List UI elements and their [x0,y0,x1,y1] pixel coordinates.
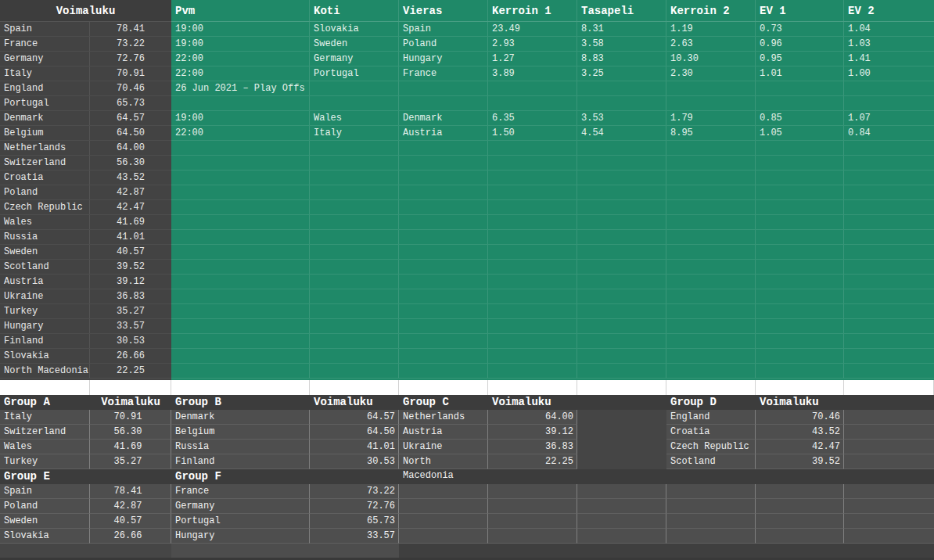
ev-1-cell[interactable]: 1.01 [756,66,844,81]
group-team-cell[interactable]: Ukraine [399,440,488,454]
gap-cell[interactable] [666,380,756,395]
power-rankings-title[interactable]: Voimaluku [0,0,171,22]
gap-cell[interactable] [577,380,666,395]
time-cell[interactable] [171,215,310,229]
group-rating-cell[interactable]: 22.25 [488,454,577,469]
group-rating-cell[interactable]: 42.47 [756,440,844,454]
odds-1-cell[interactable] [488,364,577,378]
home-team-cell[interactable] [310,289,399,303]
odds-1-cell[interactable]: 3.89 [488,66,577,81]
odds-2-cell[interactable]: 1.19 [666,22,756,36]
odds-2-cell[interactable] [666,171,756,185]
odds-draw-cell[interactable] [577,334,666,348]
away-team-cell[interactable] [399,245,488,259]
group-rating-cell[interactable]: 30.53 [310,454,399,469]
home-team-cell[interactable] [310,171,399,185]
home-team-cell[interactable]: Portugal [310,66,399,81]
rating-value-cell[interactable]: 42.47 [90,200,171,214]
home-team-cell[interactable] [310,185,399,199]
home-team-cell[interactable] [310,141,399,155]
empty-cell[interactable] [756,484,844,499]
ev-2-cell[interactable] [844,141,934,155]
fixture-column-header[interactable]: Tasapeli [577,0,666,21]
odds-2-cell[interactable] [666,200,756,214]
time-cell[interactable] [171,275,310,289]
group-team-cell[interactable]: Netherlands [399,410,488,425]
group-team-cell[interactable]: Slovakia [0,529,90,544]
rating-value-cell[interactable]: 36.83 [90,289,171,303]
ev-2-cell[interactable] [844,245,934,259]
empty-cell[interactable] [577,499,666,514]
odds-1-cell[interactable]: 1.50 [488,126,577,140]
away-team-cell[interactable]: Spain [399,22,488,36]
ev-2-cell[interactable] [844,260,934,274]
odds-1-cell[interactable] [488,96,577,110]
group-team-cell[interactable]: Sweden [0,514,90,529]
rating-value-cell[interactable]: 35.27 [90,304,171,318]
ev-1-cell[interactable] [756,200,844,214]
away-team-cell[interactable] [399,156,488,170]
group-team-cell[interactable]: Wales [0,440,90,454]
rating-value-cell[interactable]: 72.76 [90,52,171,66]
odds-1-cell[interactable] [488,81,577,95]
team-name-cell[interactable]: Portugal [0,96,90,110]
team-name-cell[interactable]: Austria [0,275,90,289]
team-name-cell[interactable]: Switzerland [0,156,90,170]
group-team-cell[interactable]: Hungary [171,529,310,544]
odds-2-cell[interactable]: 2.30 [666,66,756,81]
empty-cell[interactable] [488,499,577,514]
odds-draw-cell[interactable]: 8.31 [577,22,666,36]
empty-cell[interactable] [844,484,934,499]
ev-2-cell[interactable] [844,81,934,95]
away-team-cell[interactable] [399,141,488,155]
home-team-cell[interactable] [310,260,399,274]
away-team-cell[interactable] [399,319,488,333]
ev-1-cell[interactable] [756,349,844,363]
team-name-cell[interactable]: Hungary [0,319,90,333]
group-rating-cell[interactable]: 41.01 [310,440,399,454]
fixture-column-header[interactable]: Koti [310,0,399,21]
rating-value-cell[interactable]: 73.22 [90,37,171,51]
empty-cell[interactable] [844,425,934,440]
ev-2-cell[interactable]: 1.03 [844,37,934,51]
group-team-cell[interactable]: France [171,484,310,499]
odds-1-cell[interactable] [488,304,577,318]
team-name-cell[interactable]: Czech Republic [0,200,90,214]
odds-1-cell[interactable]: 1.27 [488,52,577,66]
time-cell[interactable] [171,171,310,185]
ev-2-cell[interactable]: 0.84 [844,126,934,140]
odds-draw-cell[interactable] [577,200,666,214]
odds-1-cell[interactable]: 6.35 [488,111,577,125]
team-name-cell[interactable]: Finland [0,334,90,348]
time-cell[interactable]: 19:00 [171,111,310,125]
odds-draw-cell[interactable]: 3.58 [577,37,666,51]
group-label-cell[interactable]: Group B [171,395,310,410]
odds-1-cell[interactable] [488,319,577,333]
odds-2-cell[interactable] [666,156,756,170]
odds-1-cell[interactable] [488,141,577,155]
group-value-header-cell[interactable]: Voimaluku [90,395,171,410]
group-rating-cell[interactable]: 33.57 [310,529,399,544]
ev-2-cell[interactable] [844,96,934,110]
odds-2-cell[interactable]: 8.95 [666,126,756,140]
fixture-column-header[interactable]: Pvm [171,0,310,21]
home-team-cell[interactable] [310,364,399,378]
ev-1-cell[interactable] [756,171,844,185]
odds-1-cell[interactable]: 2.93 [488,37,577,51]
group-team-cell[interactable]: Italy [0,410,90,425]
home-team-cell[interactable]: Wales [310,111,399,125]
odds-1-cell[interactable] [488,156,577,170]
empty-cell[interactable] [756,499,844,514]
rating-value-cell[interactable]: 33.57 [90,319,171,333]
gap-cell[interactable] [0,380,90,395]
odds-1-cell[interactable] [488,171,577,185]
odds-2-cell[interactable] [666,289,756,303]
group-team-cell[interactable]: Belgium [171,425,310,440]
time-cell[interactable]: 22:00 [171,66,310,81]
empty-cell[interactable] [844,410,934,425]
rating-value-cell[interactable]: 42.87 [90,185,171,199]
ev-1-cell[interactable] [756,81,844,95]
odds-2-cell[interactable] [666,230,756,244]
empty-cell[interactable] [488,484,577,499]
ev-2-cell[interactable]: 1.41 [844,52,934,66]
